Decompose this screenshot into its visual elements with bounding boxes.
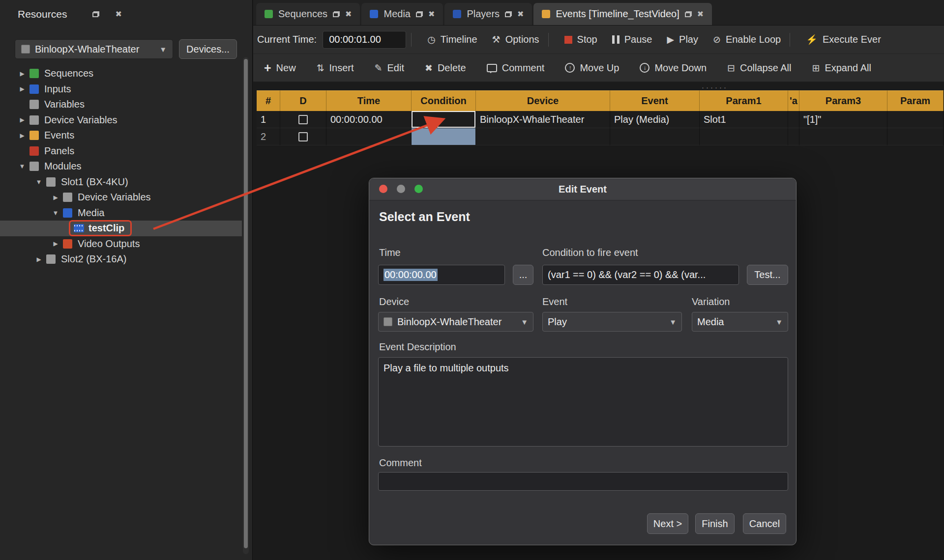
column-header-param1[interactable]: Param1: [700, 90, 788, 111]
collapse-arrow-icon[interactable]: ▼: [15, 163, 30, 170]
inputs-folder-icon: [30, 84, 39, 94]
tree-item-slot2[interactable]: ▶ Slot2 (BX-16A): [0, 252, 242, 267]
column-header-d[interactable]: D: [280, 90, 326, 111]
event-dropdown[interactable]: Play ▼: [542, 312, 682, 332]
event-description-label: Event Description: [379, 341, 456, 353]
execute-every-button[interactable]: ⚡ Execute Ever: [802, 31, 885, 48]
float-tab-icon[interactable]: [685, 11, 692, 17]
device-selector-dropdown[interactable]: BinloopX-WhaleTheater ▼: [15, 39, 173, 59]
tree-item-variables[interactable]: Variables: [0, 97, 242, 112]
column-header-device[interactable]: Device: [476, 90, 610, 111]
tree-item-slot1-device-variables[interactable]: ▶ Device Variables: [0, 190, 242, 205]
column-header-event[interactable]: Event: [610, 90, 700, 111]
table-row[interactable]: 1 00:00:00.00 BinloopX-WhaleTheater Play…: [257, 111, 944, 128]
tab-players[interactable]: Players ✖: [444, 3, 532, 25]
tree-scrollbar[interactable]: [243, 57, 249, 554]
tree-item-events[interactable]: ▶ Events: [0, 128, 242, 143]
tree-item-inputs[interactable]: ▶ Inputs: [0, 82, 242, 97]
tree-item-slot1[interactable]: ▼ Slot1 (BX-4KU): [0, 174, 242, 190]
expand-arrow-icon[interactable]: ▶: [15, 70, 30, 77]
expand-arrow-icon[interactable]: ▶: [15, 85, 30, 92]
window-minimize-traffic-icon[interactable]: [397, 185, 405, 193]
tree-item-device-variables[interactable]: ▶ Device Variables: [0, 112, 242, 128]
tree-item-panels[interactable]: Panels: [0, 143, 242, 159]
tree-item-testclip[interactable]: testClip: [0, 221, 242, 236]
float-tab-icon[interactable]: [333, 11, 340, 17]
collapse-all-button[interactable]: ⊟ Collapse All: [723, 59, 795, 77]
column-header-param2[interactable]: 'a: [788, 90, 799, 111]
float-panel-icon[interactable]: [92, 11, 99, 17]
checkbox[interactable]: [298, 132, 308, 141]
close-tab-icon[interactable]: ✖: [428, 10, 435, 18]
tree-item-label: Events: [44, 130, 74, 141]
events-tab-icon: [542, 10, 550, 18]
browse-time-button[interactable]: ...: [513, 265, 533, 285]
tree-item-video-outputs[interactable]: ▶ Video Outputs: [0, 236, 242, 252]
expand-arrow-icon[interactable]: ▶: [31, 256, 46, 263]
move-up-button[interactable]: ↑ Move Up: [561, 59, 623, 77]
tree-item-media[interactable]: ▼ Media: [0, 205, 242, 221]
insert-button[interactable]: ⇅ Insert: [313, 59, 358, 77]
finish-button[interactable]: Finish: [695, 513, 735, 534]
expand-arrow-icon[interactable]: ▶: [48, 240, 63, 247]
expand-arrow-icon[interactable]: ▶: [48, 194, 63, 201]
float-tab-icon[interactable]: [416, 11, 423, 17]
options-button[interactable]: ⚒ Options: [488, 31, 543, 48]
current-time-field[interactable]: 00:00:01.00: [323, 31, 406, 49]
pause-button[interactable]: Pause: [608, 31, 656, 48]
column-header-time[interactable]: Time: [326, 90, 412, 111]
timeline-button[interactable]: ◷ Timeline: [423, 31, 481, 48]
tree-item-sequences[interactable]: ▶ Sequences: [0, 66, 242, 82]
collapse-all-icon: ⊟: [727, 63, 735, 73]
stop-button[interactable]: Stop: [560, 31, 601, 48]
time-label: Time: [379, 247, 401, 258]
column-header-condition[interactable]: Condition: [412, 90, 476, 111]
close-panel-icon[interactable]: ✖: [115, 10, 121, 18]
tree-item-modules[interactable]: ▼ Modules: [0, 159, 242, 174]
cell-condition-selected[interactable]: [412, 111, 476, 128]
column-header-param4[interactable]: Param: [887, 90, 944, 111]
play-icon: ▶: [667, 35, 674, 44]
expand-all-button[interactable]: ⊞ Expand All: [808, 59, 875, 77]
cell-condition-highlighted[interactable]: [412, 128, 476, 145]
players-tab-icon: [453, 10, 461, 18]
close-tab-icon[interactable]: ✖: [345, 10, 352, 18]
cancel-button[interactable]: Cancel: [743, 513, 786, 534]
float-tab-icon[interactable]: [505, 11, 512, 17]
collapse-arrow-icon[interactable]: ▼: [48, 209, 63, 217]
next-button[interactable]: Next >: [647, 513, 688, 534]
close-tab-icon[interactable]: ✖: [517, 10, 524, 18]
collapse-arrow-icon[interactable]: ▼: [31, 178, 46, 186]
dialog-titlebar[interactable]: Edit Event: [369, 178, 796, 200]
edit-button[interactable]: ✎ Edit: [371, 59, 408, 77]
enable-loop-button[interactable]: ⊘ Enable Loop: [709, 31, 785, 48]
test-condition-button[interactable]: Test...: [747, 265, 788, 285]
tab-events-timeline[interactable]: Events [Timeline_TestVideo] ✖: [533, 3, 712, 25]
device-dropdown[interactable]: BinloopX-WhaleTheater ▼: [378, 312, 533, 332]
condition-input[interactable]: (var1 == 0) && (var2 == 0) && (var...: [542, 265, 739, 285]
new-button[interactable]: + New: [260, 59, 300, 77]
move-down-button[interactable]: ↓ Move Down: [636, 59, 710, 77]
window-zoom-traffic-icon[interactable]: [414, 185, 423, 193]
column-header-param3[interactable]: Param3: [799, 90, 887, 111]
tab-media[interactable]: Media ✖: [361, 3, 443, 25]
checkbox[interactable]: [298, 115, 308, 124]
expand-arrow-icon[interactable]: ▶: [15, 116, 30, 123]
column-header-num[interactable]: #: [257, 90, 280, 111]
close-tab-icon[interactable]: ✖: [697, 10, 704, 18]
delete-button[interactable]: ✖ Delete: [421, 59, 470, 77]
expand-arrow-icon[interactable]: ▶: [15, 132, 30, 139]
window-close-traffic-icon[interactable]: [379, 185, 387, 193]
time-input[interactable]: 00:00:00.00: [378, 265, 505, 285]
toolbar-separator: [548, 33, 549, 47]
tab-sequences[interactable]: Sequences ✖: [256, 3, 360, 25]
table-row[interactable]: 2: [257, 128, 944, 145]
variation-dropdown[interactable]: Media ▼: [692, 312, 788, 332]
comment-button[interactable]: Comment: [483, 59, 549, 77]
play-button[interactable]: ▶ Play: [663, 31, 702, 48]
devices-button[interactable]: Devices...: [179, 39, 237, 59]
tree-scrollbar-thumb[interactable]: [244, 59, 248, 548]
comment-input[interactable]: [378, 472, 788, 491]
cell-event: [610, 128, 700, 145]
current-time-value: 00:00:01.00: [329, 34, 381, 45]
